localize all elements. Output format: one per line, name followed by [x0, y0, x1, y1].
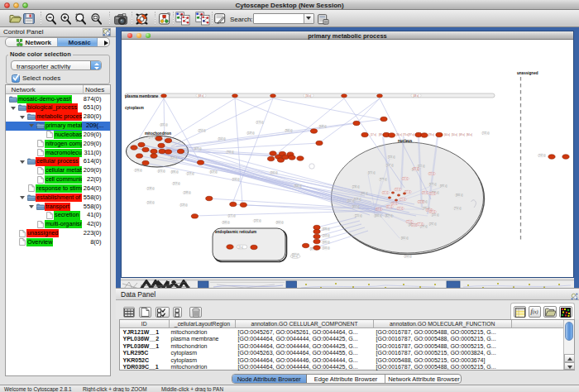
svg-text:[696 o]: [696 o] [323, 227, 329, 231]
svg-text:[205 o]: [205 o] [432, 213, 438, 217]
svg-text:[346 o]: [346 o] [223, 221, 229, 224]
svg-text:[670 o]: [670 o] [368, 171, 375, 174]
svg-text:[163 o]: [163 o] [323, 234, 329, 237]
svg-text:[188 o]: [188 o] [184, 191, 190, 194]
svg-text:[504 o]: [504 o] [218, 137, 225, 141]
svg-text:[87 o]: [87 o] [387, 205, 393, 208]
svg-text:[653 o]: [653 o] [352, 205, 359, 208]
svg-text:[648 o]: [648 o] [319, 125, 326, 128]
svg-text:[44 o]: [44 o] [292, 255, 298, 258]
svg-text:[17 o]: [17 o] [371, 133, 376, 136]
svg-text:[979 o]: [979 o] [380, 178, 386, 181]
svg-text:[396 o]: [396 o] [361, 192, 367, 195]
svg-text:[36 o]: [36 o] [396, 133, 402, 136]
svg-text:[160 o]: [160 o] [270, 171, 277, 174]
svg-text:[619 o]: [619 o] [210, 170, 217, 174]
svg-text:nucleus: nucleus [398, 139, 413, 143]
svg-text:[690 o]: [690 o] [323, 241, 329, 244]
svg-text:[946 o]: [946 o] [294, 184, 301, 188]
svg-text:[529 o]: [529 o] [354, 198, 361, 201]
svg-text:cytoplasm: cytoplasm [125, 106, 144, 110]
svg-text:[254 o]: [254 o] [199, 129, 205, 132]
svg-text:[41 o]: [41 o] [414, 167, 419, 170]
svg-text:[226 o]: [226 o] [149, 136, 156, 139]
svg-text:[63 o]: [63 o] [376, 208, 382, 211]
svg-text:[25 o]: [25 o] [412, 223, 418, 227]
svg-text:[745 o]: [745 o] [482, 131, 489, 135]
svg-text:[220 o]: [220 o] [355, 214, 361, 218]
svg-text:[695 o]: [695 o] [440, 184, 447, 188]
svg-text:[664 o]: [664 o] [276, 221, 283, 224]
svg-text:[48 o]: [48 o] [430, 210, 436, 213]
svg-text:[31 o]: [31 o] [383, 191, 389, 194]
svg-text:[147 o]: [147 o] [386, 164, 393, 167]
svg-text:[69 o]: [69 o] [459, 133, 465, 136]
svg-text:[328 o]: [328 o] [170, 156, 177, 160]
svg-text:[292 o]: [292 o] [429, 222, 436, 226]
svg-text:[940 o]: [940 o] [285, 129, 292, 132]
svg-text:[742 o]: [742 o] [538, 154, 545, 157]
svg-text:[64 o]: [64 o] [444, 133, 450, 136]
svg-text:[19 o]: [19 o] [398, 207, 404, 210]
svg-text:[829 o]: [829 o] [385, 214, 392, 218]
svg-text:[138 o]: [138 o] [147, 187, 154, 190]
svg-text:[73 o]: [73 o] [403, 133, 409, 136]
svg-text:[506 o]: [506 o] [323, 246, 329, 250]
svg-text:[766 o]: [766 o] [227, 151, 233, 154]
svg-text:endoplasmic reticulum: endoplasmic reticulum [215, 230, 256, 234]
svg-text:[247 o]: [247 o] [347, 199, 354, 203]
svg-text:[696 o]: [696 o] [171, 170, 178, 174]
svg-text:[544 o]: [544 o] [147, 201, 154, 204]
svg-text:[68 o]: [68 o] [199, 94, 204, 98]
svg-text:[528 o]: [528 o] [180, 203, 187, 207]
svg-text:[164 o]: [164 o] [404, 255, 411, 258]
svg-text:[48 o]: [48 o] [414, 94, 419, 98]
svg-text:[159 o]: [159 o] [187, 172, 194, 175]
svg-text:[78 o]: [78 o] [428, 133, 434, 136]
svg-text:[41 o]: [41 o] [430, 192, 436, 195]
svg-text:[474 o]: [474 o] [158, 170, 165, 173]
svg-text:plasma membrane: plasma membrane [125, 94, 159, 98]
svg-text:[99 o]: [99 o] [423, 191, 428, 194]
svg-text:[431 o]: [431 o] [160, 123, 167, 127]
svg-text:[679 o]: [679 o] [194, 147, 201, 151]
svg-text:[53 o]: [53 o] [403, 177, 409, 180]
svg-text:[684 o]: [684 o] [456, 194, 462, 197]
svg-text:[171 o]: [171 o] [228, 214, 235, 218]
svg-text:[660 o]: [660 o] [401, 237, 408, 240]
svg-text:mitochondrion: mitochondrion [145, 131, 171, 136]
svg-text:[236 o]: [236 o] [352, 185, 359, 189]
svg-text:[3 o]: [3 o] [239, 246, 243, 249]
svg-text:[84 o]: [84 o] [467, 133, 472, 136]
svg-text:[326 o]: [326 o] [388, 155, 395, 159]
svg-text:[754 o]: [754 o] [454, 207, 461, 210]
svg-text:[673 o]: [673 o] [429, 183, 436, 186]
svg-text:unassigned: unassigned [517, 71, 538, 75]
svg-text:[97 o]: [97 o] [409, 133, 414, 136]
svg-text:[319 o]: [319 o] [173, 182, 179, 185]
svg-text:[684 o]: [684 o] [375, 214, 381, 218]
svg-text:[534 o]: [534 o] [232, 178, 239, 181]
svg-text:[75 o]: [75 o] [400, 198, 406, 201]
svg-text:[73 o]: [73 o] [407, 220, 413, 223]
svg-text:[192 o]: [192 o] [254, 219, 261, 222]
svg-text:[33 o]: [33 o] [429, 172, 435, 175]
svg-text:[196 o]: [196 o] [135, 169, 141, 172]
svg-text:[53 o]: [53 o] [395, 188, 401, 191]
svg-text:[50 o]: [50 o] [452, 133, 457, 136]
svg-text:[149 o]: [149 o] [247, 131, 254, 135]
svg-text:[56 o]: [56 o] [306, 94, 312, 98]
svg-text:[20 o]: [20 o] [419, 200, 424, 203]
svg-text:[174 o]: [174 o] [256, 121, 263, 124]
svg-text:[46 o]: [46 o] [392, 202, 398, 205]
